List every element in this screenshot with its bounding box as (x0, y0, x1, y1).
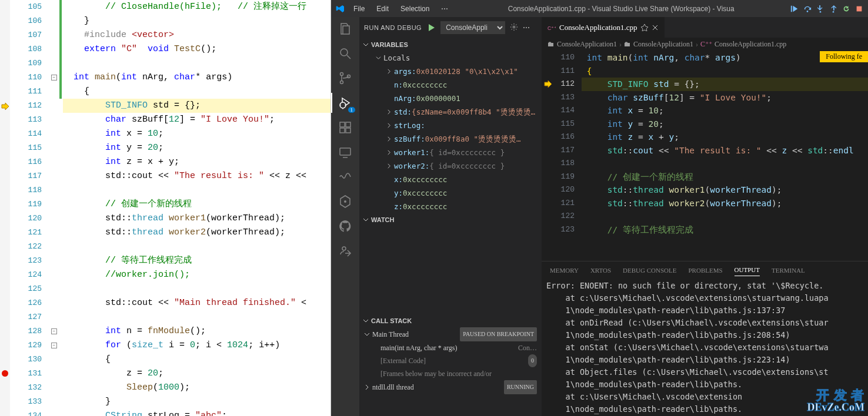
editor-column: C⁺⁺ ConsoleApplication1.cpp 🖿 ConsoleApp… (542, 17, 868, 416)
panel-tab-debug-console[interactable]: DEBUG CONSOLE (623, 264, 676, 276)
svg-point-5 (340, 49, 348, 56)
svg-text:C⁺⁺: C⁺⁺ (547, 25, 556, 31)
menu-file[interactable]: File (350, 4, 368, 14)
ab-github-icon[interactable] (337, 218, 353, 234)
debug-stepout-icon[interactable] (829, 5, 837, 13)
menu-edit[interactable]: Edit (373, 4, 392, 14)
ab-hex-icon[interactable] (337, 193, 353, 210)
debug-config-select[interactable]: ConsoleAppli (440, 21, 505, 34)
svg-line-6 (347, 55, 350, 59)
ab-explorer-icon[interactable] (337, 21, 353, 37)
editor[interactable]: 1101111121131141151161171181191201211221… (542, 51, 868, 261)
output-panel[interactable]: Error: ENOENT: no such file or directory… (542, 279, 868, 416)
run-debug-label: RUN AND DEBUG (364, 24, 422, 31)
panel-tab-xrtos[interactable]: XRTOS (590, 264, 611, 276)
menu-selection[interactable]: Selection (397, 4, 433, 14)
run-debug-header: RUN AND DEBUG ConsoleAppli ⋯ (359, 17, 542, 38)
ab-search-icon[interactable] (337, 45, 353, 62)
ab-extensions-icon[interactable] (337, 119, 353, 136)
svg-point-7 (340, 73, 343, 76)
ab-scm-icon[interactable] (337, 70, 353, 86)
panel-tab-memory[interactable]: MEMORY (550, 264, 579, 276)
chevron-down-icon (363, 217, 369, 223)
start-debug-icon[interactable] (426, 23, 436, 32)
editor-tabs: C⁺⁺ ConsoleApplication1.cpp (542, 17, 868, 38)
svg-rect-15 (340, 128, 345, 133)
activity-bar: 1 (331, 17, 359, 416)
folder-icon: 🖿 (624, 40, 631, 49)
breadcrumb-item[interactable]: ConsoleApplication1 (557, 40, 617, 49)
variables-tree[interactable]: Localsargs: 0x01020128 "0\x1\x2\x1"n: 0x… (359, 51, 542, 213)
svg-point-22 (513, 26, 515, 28)
svg-rect-16 (346, 128, 350, 133)
editor-code-content[interactable]: int main(int nArg, char* args) { STD_INF… (582, 51, 868, 261)
svg-point-3 (833, 11, 834, 12)
debug-stop-icon[interactable] (855, 5, 863, 13)
vs-fold-column[interactable]: −−− (50, 0, 59, 416)
titlebar: File Edit Selection ⋯ ConsoleApplication… (331, 0, 868, 17)
vs-code-content[interactable]: // CloseHandle(hFile); // 注释掉这一行 } #incl… (63, 0, 330, 416)
vs-breakpoint-margin[interactable] (0, 0, 10, 416)
editor-line-numbers: 1101111121131141151161171181191201211221… (556, 51, 582, 261)
debug-more-icon[interactable]: ⋯ (523, 24, 530, 32)
chevron-down-icon (363, 318, 369, 324)
svg-point-1 (807, 11, 809, 12)
vscode-window: File Edit Selection ⋯ ConsoleApplication… (331, 0, 868, 416)
window-title: ConsoleApplication1.cpp - Visual Studio … (456, 5, 786, 13)
ab-wave-icon[interactable] (337, 169, 353, 185)
pin-icon[interactable] (641, 24, 648, 31)
panel-tab-output[interactable]: OUTPUT (735, 264, 760, 276)
debug-continue-icon[interactable] (790, 5, 799, 13)
breadcrumb-item[interactable]: ConsoleApplication1.cpp (715, 40, 786, 49)
svg-point-8 (340, 81, 343, 84)
ab-liveshare-icon[interactable] (337, 243, 353, 259)
tab-file[interactable]: C⁺⁺ ConsoleApplication1.cpp (542, 17, 665, 38)
callstack-body[interactable]: Main ThreadPAUSED ON BREAKPOINTmain(int … (359, 327, 542, 394)
debug-toolbar (790, 5, 863, 13)
ab-debug-icon[interactable]: 1 (337, 95, 353, 111)
section-watch[interactable]: WATCH (359, 213, 542, 226)
folder-icon: 🖿 (547, 40, 555, 49)
section-callstack[interactable]: CALL STACK (359, 314, 542, 327)
breadcrumb-item[interactable]: ConsoleApplication1 (633, 40, 693, 49)
editor-glyph-margin[interactable] (542, 51, 556, 261)
variables-label: VARIABLES (371, 41, 408, 48)
svg-point-2 (820, 11, 822, 12)
debug-stepinto-icon[interactable] (816, 5, 824, 13)
cpp-file-icon: C⁺⁺ (700, 40, 712, 49)
debug-settings-icon[interactable] (510, 23, 518, 33)
close-tab-icon[interactable] (652, 24, 659, 31)
svg-rect-0 (791, 5, 792, 12)
panel-tab-terminal[interactable]: TERMINAL (772, 264, 805, 276)
watch-label: WATCH (371, 216, 395, 223)
panel-tab-problems[interactable]: PROBLEMS (688, 264, 722, 276)
watch-body[interactable] (359, 226, 542, 314)
svg-rect-17 (346, 122, 350, 127)
svg-rect-18 (340, 148, 350, 155)
ab-remote-icon[interactable] (337, 144, 353, 160)
panel-tabs: MEMORYXRTOSDEBUG CONSOLEPROBLEMSOUTPUTTE… (542, 261, 868, 279)
svg-rect-4 (857, 6, 862, 11)
cpp-file-icon: C⁺⁺ (547, 24, 556, 32)
debug-badge: 1 (348, 107, 356, 113)
svg-rect-14 (340, 122, 345, 127)
debug-stepover-icon[interactable] (803, 5, 812, 13)
chevron-down-icon (363, 42, 369, 48)
section-variables[interactable]: VARIABLES (359, 38, 542, 51)
svg-point-21 (342, 247, 346, 250)
svg-point-20 (344, 200, 346, 203)
vs-editor-pane: 1051061071081091101111121131141151161171… (0, 0, 331, 416)
menu-more-icon[interactable]: ⋯ (438, 4, 452, 14)
vscode-icon (336, 4, 345, 14)
vs-line-numbers: 1051061071081091101111121131141151161171… (10, 0, 50, 416)
debug-side-panel: RUN AND DEBUG ConsoleAppli ⋯ VARIABLES L… (359, 17, 542, 416)
breadcrumb[interactable]: 🖿 ConsoleApplication1 › 🖿 ConsoleApplica… (542, 38, 868, 51)
tab-filename: ConsoleApplication1.cpp (559, 23, 637, 32)
debug-restart-icon[interactable] (842, 5, 850, 13)
callstack-label: CALL STACK (371, 317, 412, 324)
following-badge[interactable]: Following fe (820, 51, 868, 62)
